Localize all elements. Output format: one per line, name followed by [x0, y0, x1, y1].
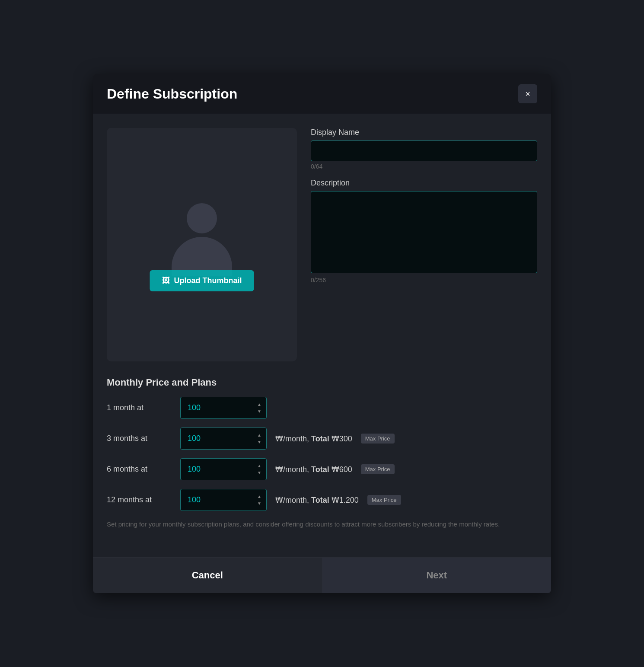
price-label-12months: 12 months at	[107, 495, 172, 504]
price-input-3months[interactable]	[180, 428, 267, 450]
pricing-section-title: Monthly Price and Plans	[107, 377, 537, 388]
spinner-up-1month[interactable]: ▲	[255, 402, 263, 408]
upload-thumbnail-button[interactable]: 🖼 Upload Thumbnail	[150, 270, 254, 291]
description-label: Description	[311, 179, 537, 188]
spinner-12months: ▲ ▼	[255, 494, 263, 507]
spinner-1month: ▲ ▼	[255, 402, 263, 415]
max-price-badge-6months: Max Price	[361, 464, 395, 474]
thumbnail-placeholder: 🖼 Upload Thumbnail	[107, 128, 297, 361]
spinner-up-3months[interactable]: ▲	[255, 432, 263, 438]
description-field-group: Description 0/256	[311, 179, 537, 284]
price-row-3months: 3 months at ▲ ▼ ₩/month, Total ₩300 Max …	[107, 428, 537, 450]
price-label-6months: 6 months at	[107, 465, 172, 474]
cancel-button[interactable]: Cancel	[93, 558, 322, 593]
modal-title: Define Subscription	[107, 86, 237, 102]
person-icon	[167, 203, 236, 272]
spinner-up-12months[interactable]: ▲	[255, 494, 263, 500]
display-name-char-count: 0/64	[311, 163, 537, 170]
price-input-wrap-6months: ▲ ▼	[180, 458, 267, 480]
price-suffix-6months: ₩/month, Total ₩600	[275, 465, 352, 474]
display-name-input[interactable]	[311, 140, 537, 161]
price-label-1month: 1 month at	[107, 403, 172, 412]
price-row-12months: 12 months at ▲ ▼ ₩/month, Total ₩1.200 M…	[107, 489, 537, 511]
spinner-3months: ▲ ▼	[255, 432, 263, 445]
price-suffix-3months: ₩/month, Total ₩300	[275, 434, 352, 444]
price-row-1month: 1 month at ▲ ▼	[107, 397, 537, 419]
max-price-badge-12months: Max Price	[367, 495, 401, 505]
price-suffix-12months: ₩/month, Total ₩1.200	[275, 495, 359, 505]
price-label-3months: 3 months at	[107, 434, 172, 443]
define-subscription-modal: Define Subscription × 🖼 Upload Thumbnail	[93, 74, 551, 593]
price-input-6months[interactable]	[180, 458, 267, 480]
price-input-12months[interactable]	[180, 489, 267, 511]
upload-thumbnail-label: Upload Thumbnail	[174, 276, 242, 285]
pricing-hint: Set pricing for your monthly subscriptio…	[107, 520, 537, 530]
spinner-6months: ▲ ▼	[255, 463, 263, 476]
modal-body: 🖼 Upload Thumbnail Display Name 0/64 Des…	[93, 114, 551, 557]
price-input-wrap-12months: ▲ ▼	[180, 489, 267, 511]
price-input-1month[interactable]	[180, 397, 267, 419]
spinner-down-6months[interactable]: ▼	[255, 470, 263, 476]
next-button[interactable]: Next	[322, 558, 552, 593]
modal-footer: Cancel Next	[93, 557, 551, 593]
display-name-label: Display Name	[311, 128, 537, 137]
display-name-field-group: Display Name 0/64	[311, 128, 537, 170]
spinner-down-3months[interactable]: ▼	[255, 439, 263, 445]
spinner-down-1month[interactable]: ▼	[255, 408, 263, 415]
spinner-down-12months[interactable]: ▼	[255, 501, 263, 507]
thumbnail-area: 🖼 Upload Thumbnail	[107, 128, 297, 361]
description-input[interactable]	[311, 191, 537, 273]
pricing-section: Monthly Price and Plans 1 month at ▲ ▼ 3…	[107, 377, 537, 530]
close-button[interactable]: ×	[518, 84, 537, 103]
spinner-up-6months[interactable]: ▲	[255, 463, 263, 469]
top-section: 🖼 Upload Thumbnail Display Name 0/64 Des…	[107, 128, 537, 361]
price-row-6months: 6 months at ▲ ▼ ₩/month, Total ₩600 Max …	[107, 458, 537, 480]
max-price-badge-3months: Max Price	[361, 434, 395, 444]
description-char-count: 0/256	[311, 277, 537, 284]
price-input-wrap-3months: ▲ ▼	[180, 428, 267, 450]
right-section: Display Name 0/64 Description 0/256	[311, 128, 537, 361]
upload-icon: 🖼	[162, 276, 170, 285]
price-input-wrap-1month: ▲ ▼	[180, 397, 267, 419]
person-head	[187, 203, 217, 233]
modal-header: Define Subscription ×	[93, 74, 551, 114]
